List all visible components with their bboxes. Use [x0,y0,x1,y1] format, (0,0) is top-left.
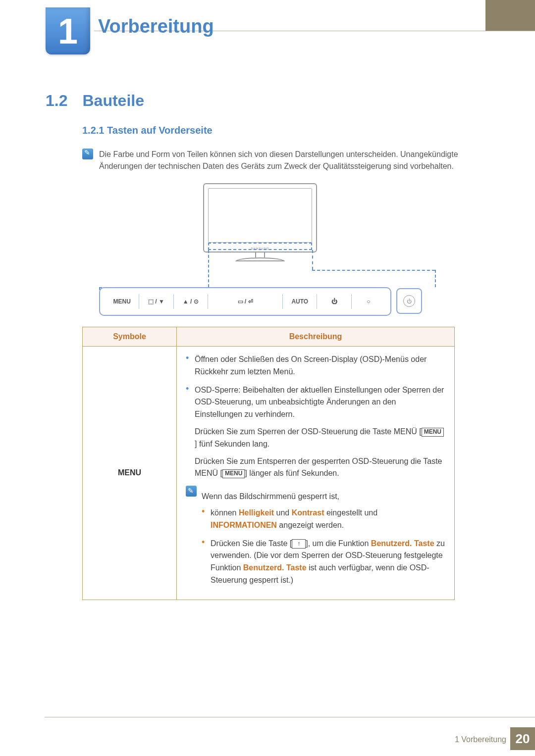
th-description: Beschreibung [177,327,455,347]
symbols-table: Symbole Beschreibung MENU Öffnen oder Sc… [82,327,455,600]
note-icon [186,486,197,497]
panel-btn-menu: MENU [105,294,139,309]
callout-line [312,250,313,270]
chapter-number: 1 [58,11,78,51]
chapter-title: Vorbereitung [98,16,214,37]
monitor-stand-base [235,257,285,261]
note-block: Die Farbe und Form von Teilen können sic… [82,149,485,172]
cell-symbol-menu: MENU [83,347,177,600]
page-number: 20 [510,727,535,750]
inner-note-intro: Wenn das Bildschirmmenü gesperrt ist, [202,491,445,503]
list-item: OSD-Sperre: Beibehalten der aktuellen Ei… [186,384,445,480]
power-icon: ⏻ [403,295,415,307]
table-row: MENU Öffnen oder Schließen des On Screen… [83,347,455,600]
paragraph: Drücken Sie zum Sperren der OSD-Steuerun… [195,426,445,451]
panel-btn-auto: AUTO [283,294,317,309]
panel-btn-led: ○ [352,294,385,309]
text: können [211,508,239,517]
panel-btn-up: ▲ / ⊙ [174,294,208,309]
keyword: Kontrast [292,508,324,517]
footer-text: 1 Vorbereitung [455,735,506,744]
monitor-outline: SAMSUNG [203,183,317,252]
text: ], um die Funktion [306,539,371,548]
list-item: Drücken Sie die Taste [↑], um die Funkti… [202,538,445,587]
keyword: Benutzerd. Taste [243,563,307,572]
note-icon [82,149,93,159]
keyword: Helligkeit [239,508,274,517]
chapter-badge: 1 [46,7,90,54]
monitor-stand-neck [255,252,265,257]
text: angezeigt werden. [277,521,344,529]
list-item: können Helligkeit und Kontrast eingestel… [202,507,445,532]
inner-note: Wenn das Bildschirmmenü gesperrt ist, kö… [186,486,445,593]
button-panel: MENU ⬚ / ▼ ▲ / ⊙ ▭ / ⏎ AUTO ⏻ ○ [99,287,391,316]
keyword: INFORMATIONEN [211,521,277,529]
section-heading: 1.2 Bauteile [46,92,144,110]
menu-label-box: MENU [222,469,245,478]
text: eingestellt und [324,508,377,517]
text: und [274,508,292,517]
text: Drücken Sie die Taste [ [211,539,292,548]
callout-frame [208,243,312,250]
callout-line [435,270,436,287]
footer-rule [45,717,535,717]
th-symbols: Symbole [83,327,177,347]
keyword: Benutzerd. Taste [371,539,434,548]
callout-line [208,250,209,287]
subsection-heading: 1.2.1 Tasten auf Vorderseite [82,125,213,136]
arrow-box: ↑ [292,539,306,549]
panel-btn-power: ⏻ [317,294,351,309]
panel-btn-source: ▭ / ⏎ [208,294,283,309]
note-text: Die Farbe und Form von Teilen können sic… [99,149,485,172]
menu-label-box: MENU [422,428,444,437]
text: ] länger als fünf Sekunden. [245,469,339,477]
header-accent [485,0,535,31]
monitor-screen [208,188,312,243]
text: Drücken Sie zum Sperren der OSD-Steuerun… [195,427,422,436]
section-title: Bauteile [82,92,144,110]
section-number: 1.2 [46,92,67,110]
callout-line [312,270,435,271]
paragraph: Drücken Sie zum Entsperren der gesperrte… [195,455,445,480]
list-item: Öffnen oder Schließen des On Screen-Disp… [186,353,445,378]
text: OSD-Sperre: Beibehalten der aktuellen Ei… [195,386,444,419]
panel-btn-extra: ⏻ [396,288,422,314]
cell-description: Öffnen oder Schließen des On Screen-Disp… [177,347,455,600]
panel-btn-down: ⬚ / ▼ [139,294,173,309]
text: ] fünf Sekunden lang. [195,440,269,448]
